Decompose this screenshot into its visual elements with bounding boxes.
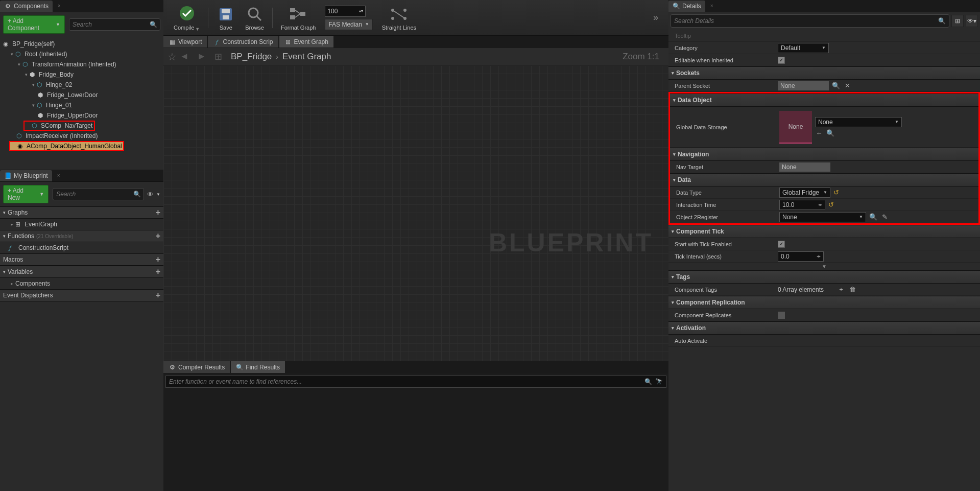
browse-icon[interactable]: 🔍 <box>826 129 834 137</box>
add-new-button[interactable]: + Add New ▼ <box>3 185 49 203</box>
blueprint-search[interactable]: 🔍 <box>53 188 144 200</box>
parent-socket-value[interactable]: None <box>778 81 829 90</box>
straight-lines-button[interactable]: Straight Lines <box>382 5 416 31</box>
global-storage-combo[interactable]: None▼ <box>815 117 902 127</box>
tab-find-results[interactable]: 🔍Find Results <box>231 361 285 373</box>
tree-dataobject[interactable]: ◉AComp_DataObject_HumanGlobal <box>9 141 124 151</box>
expand-arrow-icon[interactable]: ▾ <box>9 52 14 57</box>
add-icon[interactable]: + <box>156 255 160 264</box>
dispatchers-section[interactable]: Event Dispatchers+ <box>0 289 163 301</box>
component-search-input[interactable] <box>73 21 150 28</box>
expand-arrow-icon[interactable]: ▸ <box>9 281 14 286</box>
browse-icon[interactable]: 🔍 <box>869 213 877 221</box>
details-search-input[interactable] <box>674 17 938 25</box>
crumb-eventgraph[interactable]: Event Graph <box>282 52 331 62</box>
expand-arrow-icon[interactable]: ▾ <box>23 72 29 77</box>
tick-header[interactable]: ▾Component Tick <box>668 225 980 238</box>
obj2register-combo[interactable]: None▼ <box>779 212 866 222</box>
add-icon[interactable]: + <box>156 231 160 241</box>
data-header[interactable]: ▾Data <box>670 173 978 186</box>
expand-arrow-icon[interactable]: ▸ <box>9 222 14 227</box>
navtarget-value[interactable]: None <box>779 162 830 172</box>
myblueprint-tab[interactable]: 📘 My Blueprint <box>0 170 52 181</box>
add-component-button[interactable]: + Add Component ▼ <box>3 15 65 34</box>
toolbar-overflow-icon[interactable]: » <box>653 12 658 23</box>
find-text-input[interactable] <box>169 378 644 385</box>
grid-icon[interactable]: ⊞ <box>214 51 226 62</box>
editable-checkbox[interactable]: ✓ <box>778 57 785 64</box>
tree-transform[interactable]: ▾⬡TransformAnimation (Inherited) <box>0 59 163 69</box>
details-search[interactable]: 🔍 <box>671 14 949 28</box>
search-icon[interactable]: 🔍 <box>832 82 840 90</box>
dataobject-header[interactable]: ▾Data Object <box>670 93 978 107</box>
tab-close-icon[interactable]: × <box>710 3 713 9</box>
trash-icon[interactable]: 🗑 <box>848 286 856 294</box>
search-icon[interactable]: 🔍 <box>644 378 652 385</box>
graphs-section[interactable]: ▾Graphs+ <box>0 206 163 219</box>
add-icon[interactable]: + <box>156 291 160 300</box>
expand-more-icon[interactable]: ▼ <box>668 263 980 270</box>
format-graph-button[interactable]: Format Graph <box>281 5 316 31</box>
tree-impact[interactable]: ⬡ImpactReceiver (Inherited) <box>0 131 163 141</box>
tab-construction[interactable]: 𝑓Construction Scrip <box>208 36 278 48</box>
interaction-time-input[interactable]: 10.0◂▸ <box>779 200 825 210</box>
nav-forward-icon[interactable]: ► <box>197 51 208 62</box>
components-tab[interactable]: ⚙ Components <box>0 1 53 12</box>
revert-icon[interactable]: ↺ <box>828 201 834 208</box>
fas-value-input[interactable]: 100▴▾ <box>325 6 366 17</box>
add-icon[interactable]: + <box>156 208 160 217</box>
activation-header[interactable]: ▾Activation <box>668 321 980 335</box>
component-search[interactable]: 🔍 <box>69 18 160 31</box>
blueprint-search-input[interactable] <box>56 191 133 198</box>
tree-lowerdoor[interactable]: ⬢Fridge_LowerDoor <box>0 90 163 100</box>
navigation-header[interactable]: ▾Navigation <box>670 148 978 161</box>
tree-root-self[interactable]: ◉BP_Fridge(self) <box>0 39 163 49</box>
binoculars-icon[interactable]: 🔭 <box>655 378 663 385</box>
tab-compiler-results[interactable]: ⚙Compiler Results <box>163 361 230 373</box>
tick-interval-input[interactable]: 0.0◂▸ <box>778 251 824 262</box>
category-combo[interactable]: Default▼ <box>778 43 829 53</box>
find-input[interactable]: 🔍 🔭 <box>165 376 666 388</box>
expand-arrow-icon[interactable]: ▾ <box>31 103 36 108</box>
browse-button[interactable]: Browse <box>245 5 264 31</box>
property-matrix-button[interactable]: ⊞ <box>951 15 964 27</box>
tab-close-icon[interactable]: × <box>58 3 61 9</box>
fas-median-dropdown[interactable]: FAS Median▼ <box>325 19 372 30</box>
construction-item[interactable]: 𝑓ConstructionScript <box>0 242 163 253</box>
tags-header[interactable]: ▾Tags <box>668 270 980 284</box>
use-selected-icon[interactable]: ← <box>815 129 823 137</box>
eye-toggle[interactable]: 👁▾ <box>966 15 978 27</box>
tab-close-icon[interactable]: × <box>57 173 60 178</box>
datatype-combo[interactable]: Global Fridge▼ <box>779 188 830 198</box>
macros-section[interactable]: Macros+ <box>0 253 163 266</box>
variables-section[interactable]: ▾Variables+ <box>0 266 163 278</box>
tree-hinge02[interactable]: ▾⬡Hinge_02 <box>0 80 163 90</box>
nav-back-icon[interactable]: ◄ <box>180 51 191 62</box>
revert-icon[interactable]: ↺ <box>833 189 839 196</box>
tab-eventgraph[interactable]: ⊞Event Graph <box>279 36 333 48</box>
expand-arrow-icon[interactable]: ▾ <box>31 82 36 87</box>
crumb-bp[interactable]: BP_Fridge <box>231 52 272 62</box>
tick-start-checkbox[interactable]: ✓ <box>778 241 785 248</box>
eventgraph-item[interactable]: ▸⊞EventGraph <box>0 219 163 230</box>
tree-upperdoor[interactable]: ⬢Fridge_UpperDoor <box>0 110 163 121</box>
compile-button[interactable]: Compile▼ <box>174 4 200 32</box>
favorite-icon[interactable]: ☆ <box>168 51 177 63</box>
sockets-header[interactable]: ▾Sockets <box>668 66 980 80</box>
eye-icon[interactable]: 👁 <box>146 190 154 198</box>
expand-arrow-icon[interactable]: ▾ <box>16 62 21 67</box>
tab-viewport[interactable]: ▦Viewport <box>163 36 207 48</box>
save-button[interactable]: Save <box>217 5 235 31</box>
components-var-item[interactable]: ▸Components <box>0 278 163 289</box>
tree-root[interactable]: ▾⬡Root (Inherited) <box>0 49 163 59</box>
graph-canvas[interactable]: BLUEPRINT <box>163 65 668 361</box>
tree-navtarget[interactable]: ⬡SComp_NavTarget <box>23 121 95 131</box>
asset-thumbnail[interactable]: None <box>779 111 812 144</box>
pick-icon[interactable]: ✎ <box>880 213 889 221</box>
tree-hinge01[interactable]: ▾⬡Hinge_01 <box>0 100 163 110</box>
clear-icon[interactable]: ✕ <box>843 82 851 90</box>
functions-section[interactable]: ▾Functions(21 Overridable)+ <box>0 230 163 242</box>
add-icon[interactable]: + <box>837 286 845 294</box>
details-tab[interactable]: 🔍 Details <box>668 1 705 12</box>
tree-fridge-body[interactable]: ▾⬢Fridge_Body <box>0 69 163 80</box>
